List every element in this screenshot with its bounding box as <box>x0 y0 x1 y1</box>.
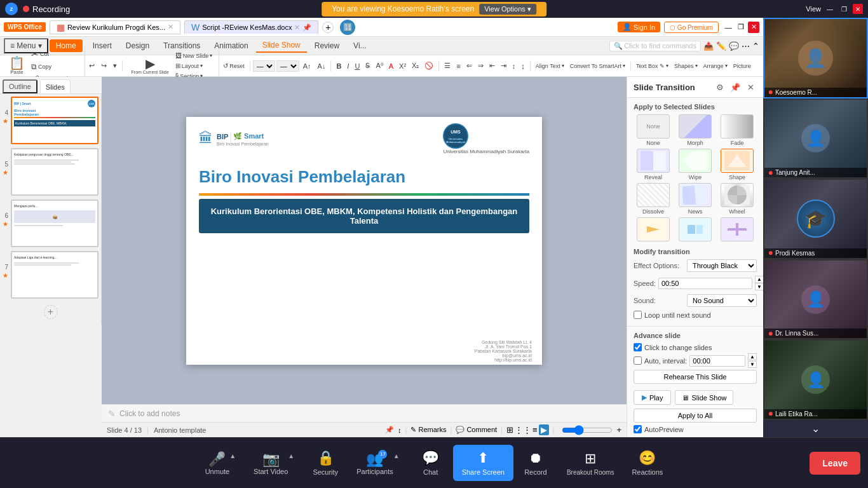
breakout-rooms-button[interactable]: ⊞ Breakout Rooms <box>558 447 623 480</box>
trans-morph[interactable]: Morph <box>675 114 715 146</box>
increase-font-button[interactable]: A↑ <box>301 61 314 71</box>
loop-checkbox[interactable] <box>634 311 642 319</box>
numbering-button[interactable]: ≡ <box>454 61 463 71</box>
comment-button[interactable]: 💬 Comment <box>456 426 497 434</box>
panel-settings-button[interactable]: ⚙ <box>714 81 726 93</box>
view-button[interactable]: View <box>806 5 821 13</box>
interval-up-button[interactable]: ▲ <box>748 353 757 360</box>
slide-thumb-7[interactable]: Adaptasi Liga dari e-learning... <box>11 251 98 299</box>
new-slide-button[interactable]: 🖼 New Slide ▾ <box>173 51 215 60</box>
slides-tab[interactable]: Slides <box>40 79 71 93</box>
trans-none[interactable]: None None <box>634 114 673 146</box>
notes-bar[interactable]: ✎ Click to add notes <box>102 404 627 422</box>
superscript-button[interactable]: X² <box>397 61 409 71</box>
ribbon-icon-4[interactable]: ⋯ <box>742 41 750 51</box>
ribbon-collapse[interactable]: ⌃ <box>752 41 759 51</box>
wps-tab-1[interactable]: ▦ Review Kurikulum Progdi Kes... ✕ <box>50 20 180 34</box>
ribbon-icon-2[interactable]: ✏️ <box>716 41 726 51</box>
remarks-button[interactable]: ✎ Remarks <box>410 426 446 434</box>
zoom-slider[interactable] <box>562 425 613 435</box>
wps-close[interactable]: ✕ <box>748 22 759 33</box>
sign-in-button[interactable]: 👤Sign In <box>618 22 660 32</box>
search-commands[interactable]: 🔍 Click to find commands <box>609 41 701 51</box>
arrange-button[interactable]: Arrange ▾ <box>701 62 730 71</box>
sound-select[interactable]: No Sound <box>687 294 757 307</box>
layout-button[interactable]: ⊞ Layout ▾ <box>173 61 215 71</box>
cut-button[interactable]: ✂ Cut <box>29 48 81 60</box>
trans-wheel[interactable]: Wheel <box>717 183 757 215</box>
trans-wipe[interactable]: Wipe <box>675 149 715 180</box>
strikethrough-button[interactable]: S̶ <box>363 60 372 71</box>
add-slide-button[interactable]: + <box>44 305 58 319</box>
add-tab-button[interactable]: + <box>322 22 334 33</box>
copy-button[interactable]: ⧉ Copy <box>29 61 81 72</box>
speed-down-button[interactable]: ▼ <box>755 283 763 290</box>
slide-thumb-5[interactable]: Kebijakan perguruan tinggi tentang OBE..… <box>11 148 98 196</box>
minimize-button[interactable]: — <box>825 4 835 14</box>
clear-format-button[interactable]: 🚫 <box>422 60 436 71</box>
outline-tab[interactable]: Outline <box>3 79 37 93</box>
italic-button[interactable]: I <box>344 61 351 71</box>
convert-smartart-button[interactable]: Convert To SmartArt▾ <box>567 62 628 71</box>
reset-button[interactable]: ↺ Reset <box>220 61 247 71</box>
chat-button[interactable]: 💬 Chat <box>409 446 453 480</box>
underline-button[interactable]: U <box>352 61 362 71</box>
increase-indent-button[interactable]: ⇒ <box>475 60 486 71</box>
undo-button[interactable]: ↩ <box>86 60 97 71</box>
zoom-in-button[interactable]: + <box>616 425 621 435</box>
apply-to-all-button[interactable]: Apply to All <box>634 409 757 423</box>
from-current-slide-button[interactable]: ▶ From Current Slide <box>129 56 172 76</box>
present-view-button[interactable]: ▶ <box>539 424 549 435</box>
go-premium-button[interactable]: ⬡ Go Premium <box>664 22 719 33</box>
text-box-button[interactable]: Text Box ✎ ▾ <box>634 62 671 71</box>
decrease-indent-button[interactable]: ⇐ <box>464 60 475 71</box>
trans-reveal[interactable]: Reveal <box>634 149 673 180</box>
trans-block[interactable] <box>675 217 715 243</box>
click-change-checkbox[interactable] <box>634 343 642 351</box>
security-button[interactable]: 🔒 Security <box>303 446 348 480</box>
font-family-select[interactable]: — <box>253 60 275 72</box>
insert-tab[interactable]: Insert <box>86 39 118 52</box>
shapes-button[interactable]: Shapes ▾ <box>672 62 700 71</box>
line-spacing-button[interactable]: ↕ <box>510 61 519 71</box>
rehearse-this-slide-button[interactable]: Rehearse This Slide <box>634 370 757 384</box>
slide-show-panel-button[interactable]: 🖥 Slide Show <box>675 390 733 405</box>
slide-thumb-4[interactable]: BIP | Smart UMS Biro Inovasi Pembelajara… <box>11 97 98 144</box>
more-participants-button[interactable]: ⌄ <box>763 420 868 437</box>
font-size-select[interactable]: — <box>276 60 299 72</box>
font-color-button[interactable]: A <box>386 61 396 71</box>
view-options-button[interactable]: View Options ▾ <box>479 4 536 15</box>
panel-close-button[interactable]: ✕ <box>744 81 757 93</box>
align-right-button[interactable]: ⇥ <box>498 60 509 71</box>
trans-dissolve[interactable]: Dissolve <box>634 183 673 215</box>
slide-show-tab[interactable]: Slide Show <box>256 39 307 53</box>
normal-view-button[interactable]: ⊞ <box>506 425 513 435</box>
more-history[interactable]: ▾ <box>111 60 119 71</box>
unmute-button[interactable]: 🎤 Unmute ▲ <box>196 447 245 479</box>
grid-view-button[interactable]: ⋮⋮ <box>515 425 531 435</box>
trans-fade[interactable]: Fade <box>717 114 757 146</box>
maximize-button[interactable]: ❐ <box>839 4 849 14</box>
ribbon-icon-3[interactable]: 💬 <box>729 41 739 51</box>
view-tab[interactable]: Vi... <box>347 39 372 52</box>
leave-button[interactable]: Leave <box>810 452 860 475</box>
statusbar-icon-1[interactable]: 📌 <box>385 426 394 434</box>
align-left-button[interactable]: ⇤ <box>487 60 498 71</box>
autopreview-checkbox[interactable] <box>634 425 642 433</box>
trans-news[interactable]: News <box>675 183 715 215</box>
speed-input[interactable] <box>658 278 752 289</box>
subscript-button[interactable]: X₂ <box>409 60 421 71</box>
text-direction-button[interactable]: ↨ <box>519 61 527 71</box>
review-tab[interactable]: Review <box>308 39 346 52</box>
reactions-button[interactable]: 😊 Reactions <box>623 446 672 480</box>
auto-interval-input[interactable] <box>689 355 745 367</box>
speed-up-button[interactable]: ▲ <box>755 276 763 283</box>
wps-minimize[interactable]: — <box>722 22 734 33</box>
trans-shape[interactable]: Shape <box>717 149 757 180</box>
participants-button[interactable]: 👥 17 Participants ▲ <box>348 447 408 479</box>
paste-button[interactable]: 📋 Paste <box>6 55 27 76</box>
auto-interval-checkbox[interactable] <box>634 356 642 365</box>
shadow-button[interactable]: A⁰ <box>373 60 385 71</box>
record-button[interactable]: ⏺ Record <box>513 446 558 480</box>
share-screen-button[interactable]: ⬆ Share Screen <box>453 445 513 481</box>
